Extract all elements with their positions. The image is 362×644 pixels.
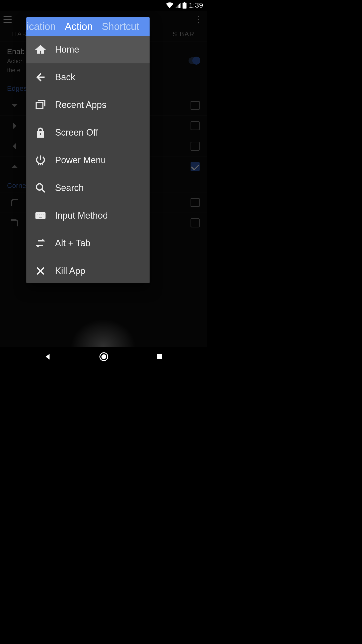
svg-rect-13 — [38, 217, 42, 218]
svg-point-0 — [38, 164, 39, 165]
action-label: Home — [55, 44, 79, 55]
edge-right-checkbox[interactable] — [191, 121, 200, 130]
status-time: 1:39 — [189, 1, 203, 9]
overflow-icon[interactable] — [193, 14, 204, 25]
home-indicator-glow — [71, 319, 136, 347]
svg-rect-5 — [37, 214, 38, 215]
tab-application[interactable]: plication — [26, 21, 60, 32]
tab-action[interactable]: Action — [60, 21, 97, 32]
cell-signal-icon — [175, 2, 181, 8]
action-item-home[interactable]: Home — [26, 36, 150, 63]
nav-bar — [0, 347, 207, 368]
corner-tl-checkbox[interactable] — [191, 198, 200, 207]
corner-tr-checkbox[interactable] — [191, 218, 200, 227]
edge-top-icon — [7, 104, 22, 107]
tab-statusbar[interactable]: S BAR — [172, 30, 195, 38]
edge-left-icon — [7, 143, 22, 150]
action-label: Input Method — [55, 210, 108, 221]
action-item-back[interactable]: Back — [26, 63, 150, 91]
svg-rect-11 — [41, 216, 42, 217]
keyboard-icon — [34, 209, 47, 222]
svg-rect-9 — [37, 216, 38, 217]
edge-bottom-icon — [7, 165, 22, 168]
action-label: Power Menu — [55, 155, 106, 166]
recents-icon — [34, 98, 47, 111]
corner-tr-icon — [7, 219, 22, 226]
action-picker-dialog: plication Action Shortcut Home Back Rece… — [26, 17, 150, 283]
home-icon — [34, 43, 47, 56]
search-icon — [34, 181, 47, 194]
action-label: Screen Off — [55, 127, 98, 138]
action-item-alt-tab[interactable]: Alt + Tab — [26, 229, 150, 257]
svg-rect-10 — [39, 216, 40, 217]
svg-rect-16 — [157, 354, 162, 359]
dialog-tabs: plication Action Shortcut — [26, 17, 150, 36]
edge-bottom-checkbox[interactable] — [191, 162, 200, 171]
action-item-recent-apps[interactable]: Recent Apps — [26, 91, 150, 119]
lock-icon — [34, 126, 47, 139]
edge-top-checkbox[interactable] — [191, 101, 200, 110]
svg-rect-12 — [43, 216, 44, 217]
svg-point-1 — [40, 164, 41, 165]
close-icon — [34, 264, 47, 277]
action-list[interactable]: Home Back Recent Apps Screen Off Power M — [26, 36, 150, 283]
action-label: Kill App — [55, 266, 85, 276]
nav-recents-icon[interactable] — [156, 353, 163, 361]
svg-point-2 — [42, 164, 43, 165]
back-icon — [34, 71, 47, 84]
action-item-screen-off[interactable]: Screen Off — [26, 119, 150, 146]
action-label: Search — [55, 183, 84, 193]
svg-point-3 — [36, 184, 43, 190]
nav-back-icon[interactable] — [43, 352, 52, 362]
edge-left-checkbox[interactable] — [191, 142, 200, 151]
svg-rect-8 — [43, 214, 44, 215]
svg-rect-7 — [41, 214, 42, 215]
edge-right-icon — [7, 122, 22, 129]
action-label: Recent Apps — [55, 100, 106, 110]
action-item-power-menu[interactable]: Power Menu — [26, 146, 150, 174]
action-item-search[interactable]: Search — [26, 174, 150, 202]
nav-home-icon[interactable] — [99, 351, 109, 363]
battery-icon — [183, 2, 187, 9]
action-item-kill-app[interactable]: Kill App — [26, 257, 150, 283]
enable-switch[interactable] — [189, 57, 200, 64]
action-label: Alt + Tab — [55, 238, 90, 249]
action-label: Back — [55, 72, 75, 83]
menu-icon[interactable] — [3, 15, 13, 25]
action-item-input-method[interactable]: Input Method — [26, 202, 150, 229]
status-bar: 1:39 — [0, 0, 207, 11]
corner-tl-icon — [7, 199, 22, 206]
svg-point-15 — [101, 354, 106, 359]
svg-rect-6 — [39, 214, 40, 215]
tab-hardware[interactable]: HAR — [12, 30, 27, 38]
power-icon — [34, 154, 47, 167]
wifi-icon — [166, 2, 173, 8]
alt-tab-icon — [34, 237, 47, 250]
tab-shortcut[interactable]: Shortcut — [97, 21, 144, 32]
